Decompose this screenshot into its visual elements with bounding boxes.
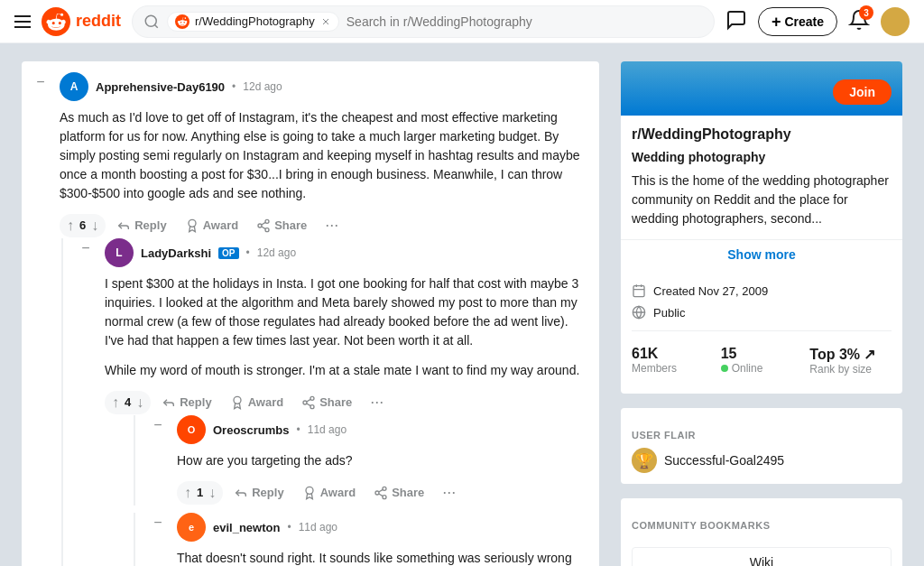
chat-icon[interactable] xyxy=(725,9,747,33)
vote-count: 1 xyxy=(195,486,205,499)
vote-group: ↑ 4 ↓ xyxy=(105,391,151,414)
vote-group: ↑ 6 ↓ xyxy=(60,214,106,237)
comment-card: − A Apprehensive-Day6190 • 12d ago As mu… xyxy=(22,61,599,566)
downvote-button[interactable]: ↓ xyxy=(136,394,143,411)
vote-group: ↑ 1 ↓ xyxy=(177,481,223,505)
svg-point-19 xyxy=(383,487,386,490)
reply-icon xyxy=(116,218,131,233)
comment-author[interactable]: evil_newton xyxy=(213,521,280,534)
svg-point-20 xyxy=(375,491,379,495)
op-badge: OP xyxy=(218,247,238,259)
bookmarks-section: COMMUNITY BOOKMARKS xyxy=(621,498,902,542)
award-icon xyxy=(185,218,199,233)
reply-button[interactable]: Reply xyxy=(226,482,291,504)
share-button[interactable]: Share xyxy=(249,215,314,237)
rank-stat: Top 3% ↗ Rank by size xyxy=(809,346,892,376)
close-icon[interactable] xyxy=(320,16,331,27)
share-icon xyxy=(256,218,271,233)
upvote-button[interactable]: ↑ xyxy=(112,394,119,411)
share-button[interactable]: Share xyxy=(294,392,359,413)
search-input[interactable] xyxy=(346,14,703,29)
subreddit-pill-text: r/WeddingPhotography xyxy=(195,14,315,28)
notification-badge: 3 xyxy=(859,5,873,20)
comment-actions: ↑ 4 ↓ Reply Award xyxy=(105,389,588,415)
main-content: − A Apprehensive-Day6190 • 12d ago As mu… xyxy=(22,61,599,566)
svg-point-12 xyxy=(234,396,241,404)
subreddit-pill[interactable]: r/WeddingPhotography xyxy=(167,12,339,32)
comment-header: O Oreoscrumbs • 11d ago xyxy=(177,415,588,444)
award-button[interactable]: Award xyxy=(178,215,246,237)
upvote-button[interactable]: ↑ xyxy=(184,485,191,501)
comment-author[interactable]: Oreoscrumbs xyxy=(213,423,290,437)
user-avatar[interactable] xyxy=(881,7,910,36)
award-icon xyxy=(302,486,317,500)
flair-avatar: 🏆 xyxy=(632,448,657,473)
calendar-icon xyxy=(632,283,646,298)
user-flair-card: USER FLAIR 🏆 Successful-Goal2495 xyxy=(621,408,902,484)
sidebar-body: r/WeddingPhotography Wedding photography… xyxy=(621,116,902,239)
comment-header: L LadyDarkshi OP • 12d ago xyxy=(105,238,588,267)
collapse-button[interactable]: − xyxy=(150,417,166,433)
sidebar-title: r/WeddingPhotography xyxy=(632,126,892,143)
reply-button[interactable]: Reply xyxy=(109,215,173,237)
downvote-button[interactable]: ↓ xyxy=(208,485,216,501)
collapse-button[interactable]: − xyxy=(32,74,49,90)
community-description: This is the home of the wedding photogra… xyxy=(632,172,892,228)
comment-time: • xyxy=(246,246,250,259)
hamburger-menu[interactable] xyxy=(14,15,31,28)
comment-time: • xyxy=(297,423,300,436)
svg-rect-24 xyxy=(633,286,644,297)
more-options-button[interactable]: ··· xyxy=(318,212,346,238)
collapse-button[interactable]: − xyxy=(150,515,166,531)
wiki-button[interactable]: Wiki xyxy=(632,547,892,566)
svg-line-11 xyxy=(262,222,266,225)
create-button[interactable]: + Create xyxy=(758,7,837,36)
svg-point-6 xyxy=(189,219,196,227)
collapse-button[interactable]: − xyxy=(78,240,94,256)
globe-icon xyxy=(632,305,646,320)
nested-comment-level-2: − O Oreoscrumbs • 11d ago How xyxy=(134,415,588,506)
created-row: Created Nov 27, 2009 xyxy=(632,280,892,302)
sidebar-card-header: Join xyxy=(621,61,902,116)
sidebar: Join r/WeddingPhotography Wedding photog… xyxy=(621,61,902,566)
brand-name: reddit xyxy=(76,12,121,31)
comment-avatar: e xyxy=(177,513,206,542)
subreddit-info-card: Join r/WeddingPhotography Wedding photog… xyxy=(621,61,902,394)
downvote-button[interactable]: ↓ xyxy=(91,218,98,234)
nested-comment: − L LadyDarkshi OP • 12d ago I spent $30… xyxy=(61,238,588,566)
award-button[interactable]: Award xyxy=(295,482,364,504)
rank-label: Rank by size xyxy=(809,363,892,376)
user-flair-section: USER FLAIR 🏆 Successful-Goal2495 xyxy=(621,408,902,484)
reddit-logo[interactable]: reddit xyxy=(42,7,121,36)
online-dot xyxy=(721,365,728,372)
svg-line-16 xyxy=(307,404,311,406)
comment-avatar: L xyxy=(105,238,134,267)
comment-author[interactable]: Apprehensive-Day6190 xyxy=(96,80,225,94)
comment-time: • xyxy=(287,521,291,534)
svg-line-17 xyxy=(307,399,311,402)
svg-line-22 xyxy=(379,494,383,496)
vote-count: 6 xyxy=(78,218,88,232)
more-options-button[interactable]: ··· xyxy=(435,479,463,506)
user-flair-title: USER FLAIR xyxy=(632,430,892,448)
vote-count: 4 xyxy=(123,395,133,409)
award-button[interactable]: Award xyxy=(223,392,291,413)
bookmarks-title: COMMUNITY BOOKMARKS xyxy=(632,520,892,538)
share-button[interactable]: Share xyxy=(366,482,431,504)
search-bar[interactable]: r/WeddingPhotography xyxy=(132,5,715,38)
comment-author[interactable]: LadyDarkshi xyxy=(141,246,211,260)
stats-grid: 61K Members 15 Online Top 3% ↗ Rank by s… xyxy=(632,339,892,383)
comment-header: A Apprehensive-Day6190 • 12d ago xyxy=(60,72,588,101)
more-options-button[interactable]: ··· xyxy=(363,389,391,415)
reply-button[interactable]: Reply xyxy=(154,392,218,413)
join-button[interactable]: Join xyxy=(833,79,892,105)
svg-point-14 xyxy=(303,401,307,404)
notifications-button[interactable]: 3 xyxy=(848,9,870,33)
upvote-button[interactable]: ↑ xyxy=(67,218,74,234)
svg-line-23 xyxy=(379,489,383,492)
show-more-button[interactable]: Show more xyxy=(621,239,902,269)
user-flair-item: 🏆 Successful-Goal2495 xyxy=(632,448,892,473)
online-stat: 15 Online xyxy=(721,346,803,376)
nested-comment-level-2: − e evil_newton • 11d ago xyxy=(134,513,588,566)
comment-header: e evil_newton • 11d ago xyxy=(177,513,588,542)
